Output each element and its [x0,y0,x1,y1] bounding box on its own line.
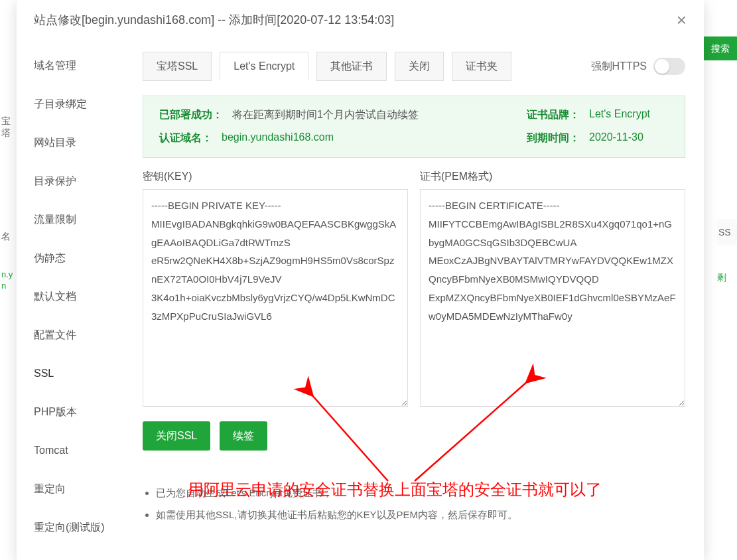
ssl-tabbar: 宝塔SSL Let's Encrypt 其他证书 关闭 证书夹 强制HTTPS [143,52,685,81]
modal-title: 站点修改[begin.yundashi168.com] -- 添加时间[2020… [34,12,394,28]
close-ssl-button[interactable]: 关闭SSL [143,421,210,451]
cert-domain-value: begin.yundashi168.com [222,131,334,145]
notes-list: 已为您自动生成Let's Encrypt免费证书； 如需使用其他SSL,请切换其… [143,487,685,522]
sidebar-item-rewrite[interactable]: 伪静态 [17,239,129,277]
force-https-label: 强制HTTPS [591,60,647,74]
force-https-toggle[interactable] [653,58,685,75]
tab-cert-folder[interactable]: 证书夹 [452,52,511,81]
tab-close[interactable]: 关闭 [395,52,444,81]
sidebar-item-redirect-beta[interactable]: 重定向(测试版) [17,508,129,547]
sidebar-item-redirect[interactable]: 重定向 [17,470,129,508]
sidebar: 域名管理 子目录绑定 网站目录 目录保护 流量限制 伪静态 默认文档 配置文件 … [17,40,129,560]
key-column: 密钥(KEY) [143,170,408,407]
ssl-button-row: 关闭SSL 续签 [143,421,685,451]
sidebar-item-sitedir[interactable]: 网站目录 [17,123,129,162]
modal-body: 域名管理 子目录绑定 网站目录 目录保护 流量限制 伪静态 默认文档 配置文件 … [17,40,704,560]
sidebar-item-tomcat[interactable]: Tomcat [17,431,129,470]
sidebar-item-subdir[interactable]: 子目录绑定 [17,85,129,123]
renew-button[interactable]: 续签 [220,421,267,451]
deploy-status-box: 已部署成功： 将在距离到期时间1个月内尝试自动续签 认证域名： begin.yu… [143,96,685,158]
cert-brand-label: 证书品牌： [527,108,580,122]
pem-label: 证书(PEM格式) [420,170,685,184]
bg-left-text-1: 宝塔 [0,111,17,143]
key-textarea[interactable] [143,189,408,407]
close-icon[interactable]: × [677,10,687,31]
status-right: 证书品牌： Let's Encrypt 到期时间： 2020-11-30 [527,108,669,145]
key-label: 密钥(KEY) [143,170,408,184]
tab-other-cert[interactable]: 其他证书 [316,52,387,81]
sidebar-item-traffic[interactable]: 流量限制 [17,200,129,239]
sidebar-item-ssl[interactable]: SSL [17,354,129,393]
status-left: 已部署成功： 将在距离到期时间1个月内尝试自动续签 认证域名： begin.yu… [159,108,419,145]
sidebar-item-defaultdoc[interactable]: 默认文档 [17,277,129,316]
modal-header: 站点修改[begin.yundashi168.com] -- 添加时间[2020… [17,0,704,40]
note-item: 如需使用其他SSL,请切换其他证书后粘贴您的KEY以及PEM内容，然后保存即可。 [156,509,685,522]
cert-domain-label: 认证域名： [159,131,212,145]
bg-left-text-2: 名 [0,230,17,243]
pem-column: 证书(PEM格式) [420,170,685,407]
cert-expire-value: 2020-11-30 [589,131,669,145]
sidebar-item-dirprotect[interactable]: 目录保护 [17,162,129,200]
deploy-success-text: 将在距离到期时间1个月内尝试自动续签 [232,108,419,122]
bg-col-cell: 剩 [717,272,737,299]
content-area: 宝塔SSL Let's Encrypt 其他证书 关闭 证书夹 强制HTTPS … [129,40,704,560]
bg-search-button[interactable]: 搜索 [704,36,737,60]
note-item: 已为您自动生成Let's Encrypt免费证书； [156,487,685,500]
bg-left-domain: n.y n [0,243,17,293]
bg-col-header: SS [717,219,737,245]
cert-expire-label: 到期时间： [527,131,580,145]
site-edit-modal: 站点修改[begin.yundashi168.com] -- 添加时间[2020… [17,0,704,560]
sidebar-item-php[interactable]: PHP版本 [17,393,129,431]
tab-bt-ssl[interactable]: 宝塔SSL [143,52,212,81]
force-https-wrap: 强制HTTPS [591,58,685,75]
bg-left-strip: 宝塔 名 n.y n [0,100,17,560]
cert-textareas: 密钥(KEY) 证书(PEM格式) [143,170,685,407]
tab-letsencrypt[interactable]: Let's Encrypt [220,52,308,81]
cert-brand-value: Let's Encrypt [589,108,669,122]
pem-textarea[interactable] [420,189,685,407]
deploy-success-label: 已部署成功： [159,108,223,122]
sidebar-item-domain[interactable]: 域名管理 [17,46,129,85]
sidebar-item-config[interactable]: 配置文件 [17,316,129,354]
